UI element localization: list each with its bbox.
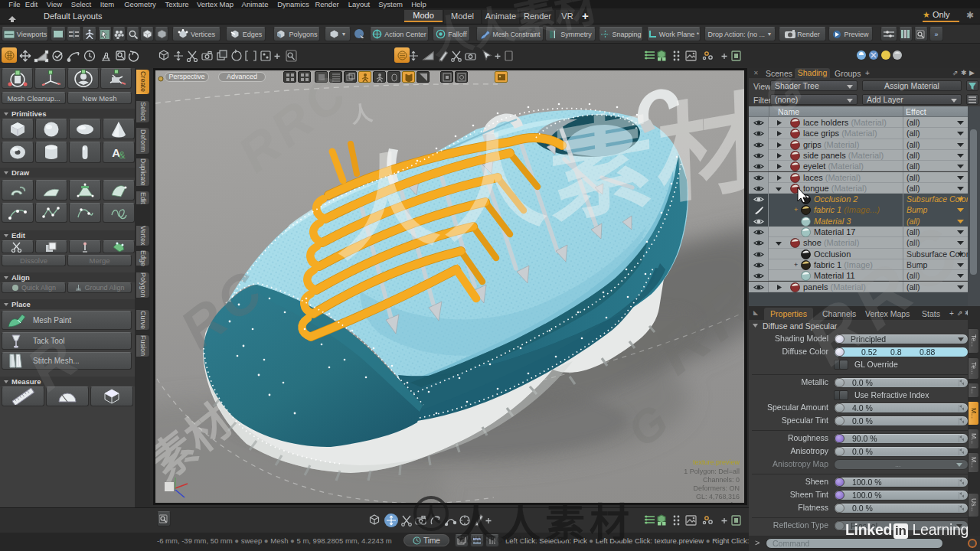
svg-text:Channels: 0: Channels: 0 [703,476,740,484]
svg-text:Deformers: ON: Deformers: ON [693,484,740,492]
svg-text:texture.preview: texture.preview [693,458,740,466]
svg-text:GL: 4,768,316: GL: 4,768,316 [696,493,740,500]
svg-text:5 fps: 5 fps [724,501,740,503]
svg-text:1 Polygon: Del=all: 1 Polygon: Del=all [684,468,740,475]
